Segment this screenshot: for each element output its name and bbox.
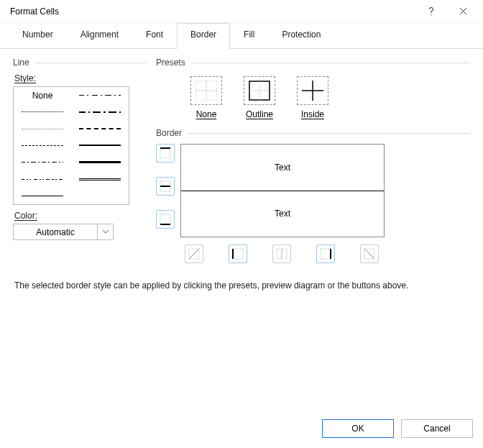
border-diag-down-button[interactable] — [360, 244, 379, 263]
presets-group-label: Presets — [156, 58, 185, 68]
preview-cell: Text — [181, 191, 384, 237]
line-style-opt[interactable] — [71, 87, 129, 104]
line-group: Line Style: None Color: Automatic — [13, 58, 146, 263]
border-preview[interactable]: Text Text — [180, 144, 385, 237]
right-column: Presets None Outline Inside — [156, 58, 470, 263]
preview-cell: Text — [181, 145, 384, 191]
divider — [188, 133, 470, 134]
border-group-label: Border — [156, 128, 182, 138]
svg-rect-8 — [160, 148, 170, 158]
hint-text: The selected border style can be applied… — [0, 263, 483, 308]
tab-protection[interactable]: Protection — [268, 23, 334, 49]
tab-border[interactable]: Border — [177, 23, 230, 49]
svg-rect-16 — [233, 249, 243, 259]
border-hmiddle-button[interactable] — [156, 177, 175, 196]
line-style-opt[interactable] — [71, 188, 129, 204]
line-style-opt[interactable] — [14, 137, 71, 154]
tab-fill[interactable]: Fill — [230, 23, 268, 49]
tab-number[interactable]: Number — [9, 23, 67, 49]
line-style-opt[interactable] — [14, 170, 71, 187]
line-style-opt[interactable] — [71, 154, 129, 170]
preset-inside[interactable]: Inside — [297, 76, 328, 119]
cancel-button[interactable]: Cancel — [401, 419, 473, 438]
line-style-none[interactable]: None — [14, 87, 71, 104]
preset-inside-icon — [297, 76, 328, 105]
color-dropdown[interactable]: Automatic — [13, 224, 98, 240]
titlebar: Format Cells — [0, 0, 483, 23]
line-style-opt[interactable] — [14, 104, 71, 120]
border-top-button[interactable] — [156, 144, 175, 163]
svg-rect-20 — [321, 249, 331, 259]
line-style-picker[interactable]: None — [13, 86, 129, 205]
preset-outline-icon — [244, 76, 275, 105]
line-style-opt[interactable] — [71, 170, 129, 187]
divider — [35, 63, 146, 63]
border-bottom-button[interactable] — [156, 210, 175, 229]
tab-bar: Number Alignment Font Border Fill Protec… — [0, 23, 483, 49]
preset-outline[interactable]: Outline — [244, 76, 275, 119]
line-style-opt[interactable] — [14, 154, 71, 170]
preset-none[interactable]: None — [190, 76, 222, 119]
svg-rect-12 — [160, 214, 170, 224]
close-button[interactable] — [447, 1, 479, 22]
dialog-title: Format Cells — [10, 6, 415, 17]
line-group-label: Line — [13, 58, 29, 68]
svg-line-15 — [189, 249, 199, 259]
help-button[interactable] — [415, 1, 447, 22]
line-style-opt[interactable] — [14, 188, 71, 204]
svg-line-23 — [364, 249, 374, 259]
line-style-opt[interactable] — [14, 121, 71, 137]
preset-none-icon — [190, 76, 222, 105]
style-label: Style: — [14, 73, 146, 83]
line-style-opt[interactable] — [71, 104, 129, 120]
tab-alignment[interactable]: Alignment — [67, 23, 132, 49]
border-right-button[interactable] — [316, 244, 335, 263]
line-style-opt[interactable] — [71, 137, 129, 154]
color-dropdown-caret[interactable] — [98, 224, 114, 240]
border-vmiddle-button[interactable] — [272, 244, 291, 263]
line-style-opt[interactable] — [71, 121, 129, 137]
divider — [191, 63, 470, 63]
tab-font[interactable]: Font — [132, 23, 177, 49]
border-left-button[interactable] — [229, 244, 247, 263]
color-label: Color: — [14, 211, 146, 221]
ok-button[interactable]: OK — [322, 419, 394, 438]
border-diag-up-button[interactable] — [185, 244, 203, 263]
